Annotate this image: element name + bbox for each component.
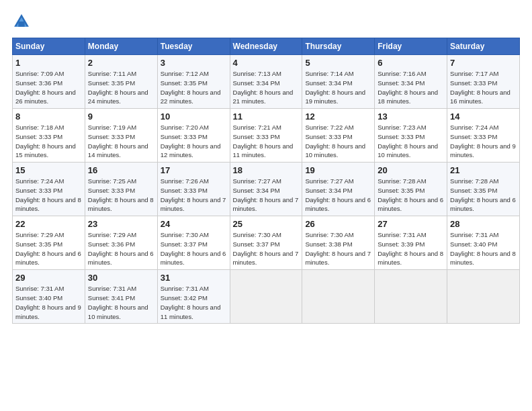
day-number: 22 — [15, 219, 82, 229]
day-cell: 27 Sunrise: 7:31 AM Sunset: 3:39 PM Dayl… — [375, 216, 447, 270]
day-cell — [302, 270, 375, 324]
day-cell: 22 Sunrise: 7:29 AM Sunset: 3:35 PM Dayl… — [13, 216, 85, 270]
day-info: Sunrise: 7:30 AM Sunset: 3:37 PM Dayligh… — [233, 230, 300, 267]
day-number: 16 — [88, 165, 154, 175]
day-number: 12 — [305, 111, 371, 122]
day-cell: 3 Sunrise: 7:12 AM Sunset: 3:35 PM Dayli… — [157, 55, 230, 109]
week-row-1: 1 Sunrise: 7:09 AM Sunset: 3:36 PM Dayli… — [13, 55, 520, 109]
day-cell: 1 Sunrise: 7:09 AM Sunset: 3:36 PM Dayli… — [13, 55, 85, 109]
header-thursday: Thursday — [302, 38, 375, 55]
day-info: Sunrise: 7:13 AM Sunset: 3:34 PM Dayligh… — [233, 69, 300, 106]
day-info: Sunrise: 7:28 AM Sunset: 3:35 PM Dayligh… — [378, 177, 444, 214]
day-cell: 2 Sunrise: 7:11 AM Sunset: 3:35 PM Dayli… — [85, 55, 157, 109]
day-number: 7 — [450, 58, 517, 68]
day-cell: 15 Sunrise: 7:24 AM Sunset: 3:33 PM Dayl… — [13, 163, 85, 216]
day-number: 30 — [88, 273, 154, 283]
day-cell: 24 Sunrise: 7:30 AM Sunset: 3:37 PM Dayl… — [157, 216, 230, 270]
day-number: 27 — [378, 219, 444, 229]
day-cell: 30 Sunrise: 7:31 AM Sunset: 3:41 PM Dayl… — [85, 270, 157, 324]
day-number: 10 — [161, 111, 227, 122]
day-info: Sunrise: 7:22 AM Sunset: 3:33 PM Dayligh… — [305, 123, 371, 160]
day-cell: 21 Sunrise: 7:28 AM Sunset: 3:35 PM Dayl… — [447, 163, 520, 216]
day-cell: 20 Sunrise: 7:28 AM Sunset: 3:35 PM Dayl… — [375, 163, 447, 216]
week-row-5: 29 Sunrise: 7:31 AM Sunset: 3:40 PM Dayl… — [13, 270, 520, 324]
day-number: 21 — [450, 165, 517, 175]
day-number: 20 — [378, 165, 444, 175]
logo-icon — [12, 12, 31, 31]
week-row-2: 8 Sunrise: 7:18 AM Sunset: 3:33 PM Dayli… — [13, 109, 520, 163]
header — [12, 12, 520, 31]
day-info: Sunrise: 7:31 AM Sunset: 3:41 PM Dayligh… — [88, 284, 154, 321]
day-info: Sunrise: 7:31 AM Sunset: 3:42 PM Dayligh… — [161, 284, 227, 321]
day-number: 1 — [15, 58, 82, 68]
page: SundayMondayTuesdayWednesdayThursdayFrid… — [0, 0, 532, 411]
day-info: Sunrise: 7:24 AM Sunset: 3:33 PM Dayligh… — [450, 123, 517, 160]
calendar: SundayMondayTuesdayWednesdayThursdayFrid… — [12, 38, 520, 324]
day-number: 2 — [88, 58, 154, 68]
day-info: Sunrise: 7:14 AM Sunset: 3:34 PM Dayligh… — [305, 69, 371, 106]
day-info: Sunrise: 7:18 AM Sunset: 3:33 PM Dayligh… — [15, 123, 82, 160]
day-number: 11 — [233, 111, 300, 122]
day-cell: 13 Sunrise: 7:23 AM Sunset: 3:33 PM Dayl… — [375, 109, 447, 163]
day-info: Sunrise: 7:30 AM Sunset: 3:37 PM Dayligh… — [161, 230, 227, 267]
day-info: Sunrise: 7:11 AM Sunset: 3:35 PM Dayligh… — [88, 69, 154, 106]
day-cell: 28 Sunrise: 7:31 AM Sunset: 3:40 PM Dayl… — [447, 216, 520, 270]
day-info: Sunrise: 7:29 AM Sunset: 3:35 PM Dayligh… — [15, 230, 82, 267]
day-cell: 16 Sunrise: 7:25 AM Sunset: 3:33 PM Dayl… — [85, 163, 157, 216]
day-info: Sunrise: 7:31 AM Sunset: 3:40 PM Dayligh… — [450, 230, 517, 267]
day-cell: 29 Sunrise: 7:31 AM Sunset: 3:40 PM Dayl… — [13, 270, 85, 324]
header-row: SundayMondayTuesdayWednesdayThursdayFrid… — [13, 38, 520, 55]
day-cell: 18 Sunrise: 7:27 AM Sunset: 3:34 PM Dayl… — [230, 163, 302, 216]
calendar-header: SundayMondayTuesdayWednesdayThursdayFrid… — [13, 38, 520, 55]
header-friday: Friday — [375, 38, 447, 55]
day-cell — [230, 270, 302, 324]
day-cell — [447, 270, 520, 324]
day-info: Sunrise: 7:16 AM Sunset: 3:34 PM Dayligh… — [378, 69, 444, 106]
week-row-4: 22 Sunrise: 7:29 AM Sunset: 3:35 PM Dayl… — [13, 216, 520, 270]
day-cell: 31 Sunrise: 7:31 AM Sunset: 3:42 PM Dayl… — [157, 270, 230, 324]
day-cell: 25 Sunrise: 7:30 AM Sunset: 3:37 PM Dayl… — [230, 216, 302, 270]
header-wednesday: Wednesday — [230, 38, 302, 55]
svg-rect-2 — [18, 21, 24, 27]
day-info: Sunrise: 7:31 AM Sunset: 3:40 PM Dayligh… — [15, 284, 82, 321]
header-tuesday: Tuesday — [157, 38, 230, 55]
day-cell: 5 Sunrise: 7:14 AM Sunset: 3:34 PM Dayli… — [302, 55, 375, 109]
day-info: Sunrise: 7:26 AM Sunset: 3:33 PM Dayligh… — [161, 177, 227, 214]
day-info: Sunrise: 7:24 AM Sunset: 3:33 PM Dayligh… — [15, 177, 82, 214]
day-number: 6 — [378, 58, 444, 68]
calendar-body: 1 Sunrise: 7:09 AM Sunset: 3:36 PM Dayli… — [13, 55, 520, 324]
day-cell — [375, 270, 447, 324]
day-cell: 7 Sunrise: 7:17 AM Sunset: 3:33 PM Dayli… — [447, 55, 520, 109]
day-cell: 26 Sunrise: 7:30 AM Sunset: 3:38 PM Dayl… — [302, 216, 375, 270]
day-number: 18 — [233, 165, 300, 175]
day-info: Sunrise: 7:28 AM Sunset: 3:35 PM Dayligh… — [450, 177, 517, 214]
day-cell: 9 Sunrise: 7:19 AM Sunset: 3:33 PM Dayli… — [85, 109, 157, 163]
header-saturday: Saturday — [447, 38, 520, 55]
day-number: 17 — [161, 165, 227, 175]
day-number: 23 — [88, 219, 154, 229]
day-info: Sunrise: 7:21 AM Sunset: 3:33 PM Dayligh… — [233, 123, 300, 160]
day-info: Sunrise: 7:12 AM Sunset: 3:35 PM Dayligh… — [161, 69, 227, 106]
day-number: 5 — [305, 58, 371, 68]
day-cell: 17 Sunrise: 7:26 AM Sunset: 3:33 PM Dayl… — [157, 163, 230, 216]
day-info: Sunrise: 7:27 AM Sunset: 3:34 PM Dayligh… — [233, 177, 300, 214]
day-number: 31 — [161, 273, 227, 283]
day-cell: 10 Sunrise: 7:20 AM Sunset: 3:33 PM Dayl… — [157, 109, 230, 163]
day-info: Sunrise: 7:19 AM Sunset: 3:33 PM Dayligh… — [88, 123, 154, 160]
day-info: Sunrise: 7:31 AM Sunset: 3:39 PM Dayligh… — [378, 230, 444, 267]
day-info: Sunrise: 7:25 AM Sunset: 3:33 PM Dayligh… — [88, 177, 154, 214]
day-number: 9 — [88, 111, 154, 122]
day-number: 8 — [15, 111, 82, 122]
day-cell: 14 Sunrise: 7:24 AM Sunset: 3:33 PM Dayl… — [447, 109, 520, 163]
day-number: 25 — [233, 219, 300, 229]
day-cell: 12 Sunrise: 7:22 AM Sunset: 3:33 PM Dayl… — [302, 109, 375, 163]
logo — [12, 12, 34, 31]
day-number: 13 — [378, 111, 444, 122]
day-info: Sunrise: 7:29 AM Sunset: 3:36 PM Dayligh… — [88, 230, 154, 267]
header-sunday: Sunday — [13, 38, 85, 55]
day-cell: 23 Sunrise: 7:29 AM Sunset: 3:36 PM Dayl… — [85, 216, 157, 270]
day-number: 14 — [450, 111, 517, 122]
header-monday: Monday — [85, 38, 157, 55]
day-cell: 11 Sunrise: 7:21 AM Sunset: 3:33 PM Dayl… — [230, 109, 302, 163]
day-info: Sunrise: 7:20 AM Sunset: 3:33 PM Dayligh… — [161, 123, 227, 160]
